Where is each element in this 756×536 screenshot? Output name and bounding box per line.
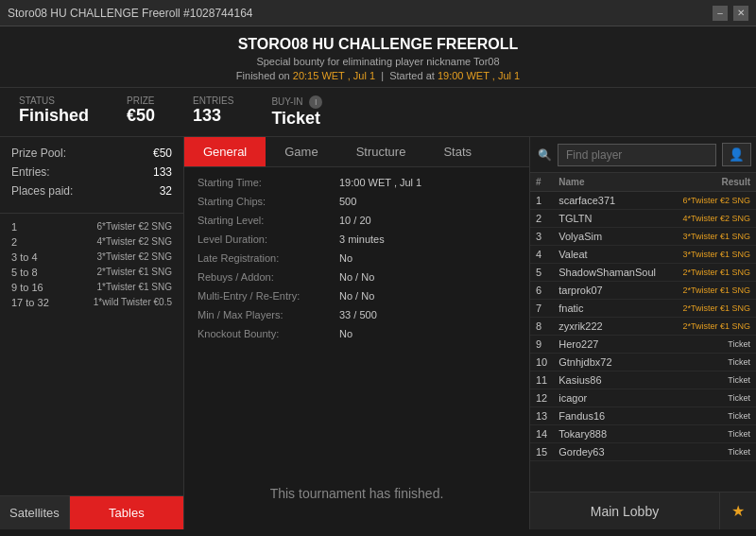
table-row[interactable]: 5 ShadowShamanSoul 2*Twister €1 SNG (530, 264, 756, 282)
entries-value: 133 (193, 106, 233, 126)
detail-row: Late Registration:No (198, 252, 516, 264)
player-result: Ticket (671, 443, 756, 461)
player-name: tarprok07 (553, 282, 670, 300)
player-name: VolyaSim (553, 228, 670, 246)
detail-label: Rebuys / Addon: (198, 271, 339, 283)
search-input[interactable] (558, 144, 716, 166)
player-result: 2*Twister €1 SNG (671, 264, 756, 282)
places-paid-label: Places paid: (11, 184, 73, 198)
status-label: Status (19, 95, 89, 106)
place-prize: 4*Twister €2 SNG (97, 236, 172, 248)
table-row[interactable]: 8 zyxrik222 2*Twister €1 SNG (530, 318, 756, 336)
detail-row: Rebuys / Addon:No / No (198, 271, 516, 283)
list-item: 17 to 321*wild Twister €0.5 (11, 297, 172, 308)
tables-button[interactable]: Tables (70, 496, 183, 529)
prize-pool-row: Prize Pool: €50 (11, 147, 172, 160)
tab-stats[interactable]: Stats (424, 137, 490, 166)
entries-value: 133 (153, 165, 172, 179)
table-row[interactable]: 1 scarface371 6*Twister €2 SNG (530, 192, 756, 210)
detail-row: Starting Chips:500 (198, 196, 516, 207)
detail-value: No / No (339, 271, 374, 283)
table-row[interactable]: 12 icagor Ticket (530, 389, 756, 407)
player-name: Valeat (553, 246, 670, 264)
stats-row: Status Finished Prize €50 Entries 133 Bu… (0, 88, 756, 137)
status-stat: Status Finished (19, 95, 89, 129)
close-button[interactable]: ✕ (733, 6, 748, 21)
player-result: 3*Twister €1 SNG (671, 246, 756, 264)
place-range: 3 to 4 (11, 251, 59, 263)
player-result: 2*Twister €1 SNG (671, 282, 756, 300)
search-icon: 🔍 (538, 148, 552, 162)
place-prize: 3*Twister €2 SNG (97, 251, 172, 263)
detail-value: No (339, 328, 352, 339)
entries-row: Entries: 133 (11, 165, 172, 179)
tab-game[interactable]: Game (266, 137, 336, 166)
player-table: # Name Result 1 scarface371 6*Twister €2… (530, 173, 756, 492)
tab-structure[interactable]: Structure (337, 137, 425, 166)
list-item: 9 to 161*Twister €1 SNG (11, 282, 172, 293)
table-row[interactable]: 3 VolyaSim 3*Twister €1 SNG (530, 228, 756, 246)
tab-bar: GeneralGameStructureStats (184, 137, 529, 167)
detail-label: Level Duration: (198, 233, 339, 245)
detail-value: 10 / 20 (339, 215, 371, 226)
player-rank: 3 (530, 228, 553, 246)
star-button[interactable]: ★ (719, 493, 756, 529)
table-row[interactable]: 11 Kasius86 Ticket (530, 372, 756, 389)
player-result: Ticket (671, 389, 756, 407)
detail-row: Min / Max Players:33 / 500 (198, 309, 516, 320)
detail-label: Starting Level: (198, 215, 339, 226)
finished-label: Finished on (236, 70, 290, 81)
place-prize: 1*wild Twister €0.5 (94, 297, 172, 308)
col-rank: # (530, 173, 553, 192)
place-range: 17 to 32 (11, 297, 59, 308)
player-name: Gordey63 (553, 443, 670, 461)
main-lobby-button[interactable]: Main Lobby (530, 493, 719, 529)
player-rank: 9 (530, 336, 553, 354)
entries-stat: Entries 133 (193, 95, 233, 129)
prize-info: Prize Pool: €50 Entries: 133 Places paid… (0, 137, 183, 214)
col-result: Result (671, 173, 756, 192)
table-row[interactable]: 15 Gordey63 Ticket (530, 443, 756, 461)
minimize-button[interactable]: – (713, 6, 728, 21)
detail-label: Starting Chips: (198, 196, 339, 207)
player-name: fnatic (553, 300, 670, 318)
table-row[interactable]: 7 fnatic 2*Twister €1 SNG (530, 300, 756, 318)
detail-label: Min / Max Players: (198, 309, 339, 320)
player-result: 6*Twister €2 SNG (671, 192, 756, 210)
started-time: 19:00 WET , Jul 1 (438, 70, 520, 81)
add-player-button[interactable]: 👤 (722, 143, 751, 166)
buyin-stat: Buy-in i Ticket (271, 95, 322, 129)
detail-label: Knockout Bounty: (198, 328, 339, 339)
table-row[interactable]: 10 Gtnhjdbx72 Ticket (530, 354, 756, 372)
table-row[interactable]: 6 tarprok07 2*Twister €1 SNG (530, 282, 756, 300)
player-rank: 2 (530, 210, 553, 228)
satellites-button[interactable]: Satellites (0, 496, 70, 529)
prize-places: 16*Twister €2 SNG24*Twister €2 SNG3 to 4… (0, 214, 183, 495)
table-row[interactable]: 9 Hero227 Ticket (530, 336, 756, 354)
player-rank: 7 (530, 300, 553, 318)
player-result: 2*Twister €1 SNG (671, 318, 756, 336)
info-icon[interactable]: i (309, 95, 322, 109)
main-lobby-row: Main Lobby ★ (530, 492, 756, 529)
place-range: 2 (11, 236, 59, 248)
player-name: Hero227 (553, 336, 670, 354)
tournament-title: STORO08 HU CHALLENGE FREEROLL (0, 36, 756, 53)
table-row[interactable]: 2 TGLTN 4*Twister €2 SNG (530, 210, 756, 228)
detail-row: Starting Level:10 / 20 (198, 215, 516, 226)
player-name: TGLTN (553, 210, 670, 228)
table-row[interactable]: 14 Tokary888 Ticket (530, 425, 756, 443)
left-bottom-buttons: Satellites Tables (0, 495, 183, 529)
player-name: ShadowShamanSoul (553, 264, 670, 282)
table-row[interactable]: 4 Valeat 3*Twister €1 SNG (530, 246, 756, 264)
player-result: 2*Twister €1 SNG (671, 300, 756, 318)
table-row[interactable]: 13 Fandus16 Ticket (530, 407, 756, 425)
list-item: 24*Twister €2 SNG (11, 236, 172, 248)
player-rank: 14 (530, 425, 553, 443)
tab-general[interactable]: General (184, 137, 266, 166)
player-result: Ticket (671, 425, 756, 443)
tournament-timing: Finished on 20:15 WET , Jul 1 | Started … (0, 70, 756, 81)
detail-row: Level Duration:3 minutes (198, 233, 516, 245)
place-prize: 1*Twister €1 SNG (97, 282, 172, 293)
window-controls: – ✕ (713, 6, 748, 21)
prize-pool-label: Prize Pool: (11, 147, 66, 160)
